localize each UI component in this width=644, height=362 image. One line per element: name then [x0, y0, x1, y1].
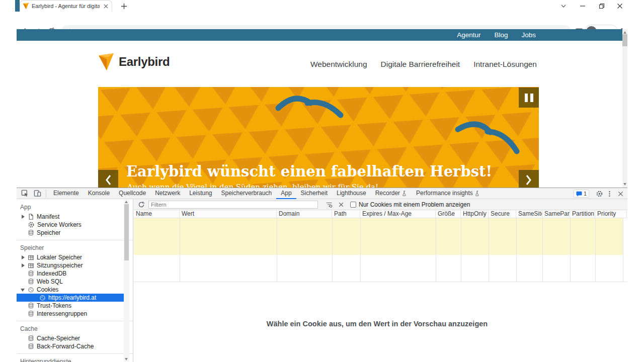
experiment-flask-icon	[475, 191, 480, 197]
sidebar-scrollbar	[124, 200, 129, 361]
devtools-tab-recorder[interactable]: Recorder	[371, 188, 412, 199]
page-scrollbar	[622, 29, 627, 188]
cookie-icon	[28, 287, 34, 293]
cookie-filter-input[interactable]	[148, 201, 318, 209]
sidebar-scrollbar-thumb[interactable]	[124, 204, 129, 260]
filter-options-icon[interactable]	[325, 201, 333, 209]
expand-arrow-icon[interactable]	[22, 215, 25, 219]
database-icon	[28, 335, 34, 342]
column-header-priority[interactable]: Priority	[595, 210, 627, 218]
sidebar-section-speicher: Speicher	[17, 244, 133, 251]
devtools-close-icon[interactable]	[616, 190, 624, 198]
site-favicon-icon	[23, 3, 29, 10]
topbar-link-agentur[interactable]: Agentur	[457, 31, 480, 39]
cookie-preview-empty-message: Wähle ein Cookie aus, um den Wert in der…	[134, 320, 620, 328]
tab-close-icon[interactable]	[102, 3, 109, 10]
topbar-link-jobs[interactable]: Jobs	[521, 31, 536, 39]
sidebar-item-cookies[interactable]: Cookies	[17, 286, 133, 294]
browser-toolbar: earlybird.at Gast	[0, 12, 644, 29]
pause-icon	[525, 94, 533, 102]
cookies-toolbar: Nur Cookies mit einem Problem anzeigen	[134, 199, 627, 210]
expand-arrow-icon[interactable]	[22, 255, 25, 259]
scroll-down-arrow[interactable]	[623, 183, 626, 186]
manifest-file-icon	[28, 213, 34, 220]
devtools-tab-performance-insights[interactable]: Performance insights	[412, 188, 485, 199]
nav-link-webentwicklung[interactable]: Webentwicklung	[310, 60, 367, 69]
devtools-tab-elemente[interactable]: Elemente	[49, 188, 84, 199]
sidebar-item-manifest[interactable]: Manifest	[17, 213, 133, 221]
highlighted-rows-area	[134, 218, 623, 255]
sidebar-item-back-forward-cache[interactable]: Back-Forward-Cache	[17, 342, 133, 350]
sidebar-section-app: App	[17, 204, 133, 211]
devtools-tab-quellcode[interactable]: Quellcode	[114, 188, 150, 199]
devtools-tab-speicherverbrauch[interactable]: Speicherverbrauch	[217, 188, 277, 199]
site-logo[interactable]: Earlybird	[98, 53, 170, 71]
nav-link-intranet[interactable]: Intranet-Lösungen	[473, 60, 537, 69]
column-header-expires[interactable]: Expires / Max-Age	[360, 210, 436, 218]
collapse-arrow-icon[interactable]	[21, 289, 25, 292]
window-minimize-button[interactable]	[579, 2, 587, 10]
devtools-tab-lighthouse[interactable]: Lighthouse	[332, 188, 371, 199]
column-header-groesse[interactable]: Größe	[436, 210, 461, 218]
banner-subline: Auch wenn die Vögel in den Süden ziehen,…	[127, 183, 378, 188]
page-scrollbar-thumb[interactable]	[622, 34, 627, 46]
database-icon	[28, 229, 34, 236]
scroll-up-arrow[interactable]	[125, 201, 128, 203]
devtools-tab-app[interactable]: App	[276, 188, 296, 199]
topbar-link-blog[interactable]: Blog	[494, 31, 508, 39]
column-header-secure[interactable]: Secure	[489, 210, 516, 218]
cookie-table-body[interactable]	[134, 218, 627, 282]
devtools-tab-netzwerk[interactable]: Netzwerk	[150, 188, 185, 199]
column-header-sameparty[interactable]: SameParty	[542, 210, 570, 218]
experiment-flask-icon	[402, 191, 407, 197]
carousel-pause-icon[interactable]	[519, 87, 539, 108]
sidebar-divider	[17, 240, 133, 240]
devtools-tab-sicherheit[interactable]: Sicherheit	[296, 188, 332, 199]
cookie-icon	[39, 295, 46, 301]
tab-search-chevron-icon[interactable]	[559, 2, 568, 10]
column-header-wert[interactable]: Wert	[180, 210, 277, 218]
window-close-button[interactable]	[616, 2, 624, 10]
sidebar-divider	[17, 353, 133, 354]
devtools-tab-konsole[interactable]: Konsole	[84, 188, 114, 199]
window-maximize-button[interactable]	[597, 2, 605, 10]
sidebar-item-sitzungsspeicher[interactable]: Sitzungsspeicher	[17, 261, 133, 269]
sidebar-item-cache-speicher[interactable]: Cache-Speicher	[17, 334, 133, 342]
sidebar-item-web-sql[interactable]: Web SQL	[17, 278, 133, 286]
scroll-up-arrow[interactable]	[623, 31, 626, 34]
sidebar-item-speicher[interactable]: Speicher	[17, 229, 133, 237]
only-problem-cookies-checkbox[interactable]	[350, 202, 356, 208]
sidebar-item-indexeddb[interactable]: IndexedDB	[17, 269, 133, 278]
toolbar-separator	[46, 190, 46, 198]
sidebar-item-lokaler-speicher[interactable]: Lokaler Speicher	[17, 253, 133, 261]
sidebar-section-hintergrunddienste: Hintergrunddienste	[17, 358, 133, 362]
column-header-name[interactable]: Name	[134, 210, 180, 218]
application-sidebar: App Manifest Service Workers Speicher	[17, 199, 133, 362]
devtools-tab-leistung[interactable]: Leistung	[185, 188, 216, 199]
scroll-down-arrow[interactable]	[125, 358, 128, 360]
devtools-menu-kebab-icon[interactable]	[605, 190, 613, 198]
column-header-domain[interactable]: Domain	[277, 210, 332, 218]
nav-link-barrierefreiheit[interactable]: Digitale Barrierefreiheit	[381, 60, 460, 69]
column-header-httponly[interactable]: HttpOnly	[461, 210, 489, 218]
sidebar-item-cookie-origin-earlybird[interactable]: https://earlybird.at	[17, 294, 127, 302]
devtools-settings-gear-icon[interactable]	[595, 190, 603, 198]
cookies-panel: Nur Cookies mit einem Problem anzeigen N…	[134, 199, 627, 362]
inspect-element-icon[interactable]	[21, 190, 29, 198]
sidebar-item-trust-tokens[interactable]: Trust-Tokens	[17, 302, 133, 310]
browser-tab[interactable]: Earlybird - Agentur für digitale Lö	[20, 0, 112, 12]
sidebar-item-interessengruppen[interactable]: Interessengruppen	[17, 310, 133, 318]
issues-badge[interactable]: 1	[574, 190, 589, 198]
sidebar-item-service-workers[interactable]: Service Workers	[17, 221, 133, 229]
service-worker-gear-icon	[28, 221, 35, 228]
carousel-next-icon[interactable]	[519, 170, 539, 188]
carousel-prev-icon[interactable]	[98, 170, 118, 188]
new-tab-button[interactable]	[120, 2, 128, 10]
column-header-path[interactable]: Path	[332, 210, 360, 218]
refresh-icon[interactable]	[137, 201, 145, 209]
column-header-partition[interactable]: Partition ..	[570, 210, 595, 218]
column-header-samesite[interactable]: SameSite	[516, 210, 542, 218]
expand-arrow-icon[interactable]	[22, 263, 25, 267]
clear-filter-icon[interactable]	[338, 201, 345, 208]
device-toolbar-icon[interactable]	[33, 190, 41, 198]
